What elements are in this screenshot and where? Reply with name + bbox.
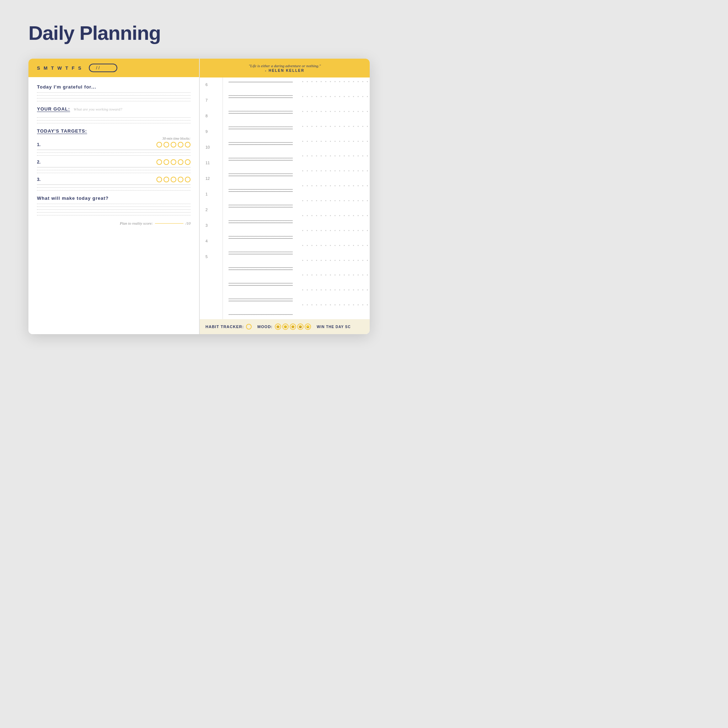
dot [302, 215, 303, 216]
today-great-label: What will make today great? [37, 196, 191, 201]
dot [367, 81, 368, 82]
dot [316, 96, 317, 97]
dot [358, 185, 359, 186]
circle-3-1[interactable] [156, 177, 162, 182]
dot [325, 245, 326, 246]
time-block-9 [229, 128, 293, 144]
dot [321, 215, 322, 216]
circle-1-5[interactable] [185, 142, 191, 147]
target-item-3: 3. [37, 177, 191, 182]
dot [311, 289, 312, 291]
circle-2-3[interactable] [171, 159, 176, 165]
dot [348, 111, 349, 112]
dot [353, 126, 354, 127]
dot [316, 304, 317, 305]
dot [344, 155, 345, 156]
dot [353, 96, 354, 97]
dot [339, 96, 340, 97]
circle-3-3[interactable] [171, 177, 176, 182]
circle-3-2[interactable] [164, 177, 169, 182]
mood-face-1[interactable]: 😊 [275, 323, 281, 330]
mood-face-5[interactable]: 😞 [304, 323, 311, 330]
goal-line-1 [37, 117, 191, 118]
dot [311, 185, 312, 186]
circles-2 [156, 159, 191, 165]
circle-2-2[interactable] [164, 159, 169, 165]
time-block-2pm [229, 206, 293, 222]
circle-3-4[interactable] [178, 177, 184, 182]
dot [362, 245, 363, 246]
dot [307, 215, 308, 216]
dot [302, 96, 303, 97]
dot [367, 185, 368, 186]
circle-2-5[interactable] [185, 159, 191, 165]
left-content: Today I'm grateful for... YOUR GOAL: Wha… [28, 77, 199, 334]
goal-line-2 [37, 120, 191, 121]
dot [353, 185, 354, 186]
dot [316, 200, 317, 201]
time-block-extra-3 [229, 300, 293, 316]
left-page: S M T W T F S / / Today I'm grateful for… [28, 59, 199, 334]
day-t2: T [66, 66, 69, 71]
dot [358, 289, 359, 291]
dot [330, 170, 331, 171]
dot [353, 260, 354, 261]
circle-1-3[interactable] [171, 142, 176, 147]
dot [316, 141, 317, 142]
target-number-2: 2. [37, 160, 43, 165]
dot [367, 126, 368, 127]
date-pill[interactable]: / / [89, 64, 117, 72]
dot [339, 245, 340, 246]
grateful-line-4 [37, 101, 191, 101]
dot [367, 230, 368, 231]
time-extra-1 [205, 269, 223, 284]
dot [358, 304, 359, 305]
dot [362, 126, 363, 127]
day-s2: S [78, 66, 82, 71]
time-6: 6 [205, 81, 223, 97]
mood-face-4[interactable]: 😄 [297, 323, 304, 330]
dot [330, 126, 331, 127]
circle-2-1[interactable] [156, 159, 162, 165]
dot [358, 274, 359, 275]
circle-3-5[interactable] [185, 177, 191, 182]
target-row-3: 3. [37, 177, 191, 191]
circle-1-2[interactable] [164, 142, 169, 147]
dot [362, 274, 363, 275]
circle-2-4[interactable] [178, 159, 184, 165]
dot [348, 304, 349, 305]
target-item-2: 2. [37, 159, 191, 165]
dot [353, 81, 354, 82]
dot [344, 200, 345, 201]
dot [348, 170, 349, 171]
goal-line-3 [37, 123, 191, 123]
dot [367, 274, 368, 275]
dot [367, 260, 368, 261]
dot [321, 274, 322, 275]
dot [325, 274, 326, 275]
mood-face-2[interactable]: 😐 [282, 323, 289, 330]
dot [353, 170, 354, 171]
dot [325, 81, 326, 82]
right-page: "Life is either a daring adventure or no… [199, 59, 370, 334]
dot [339, 215, 340, 216]
circle-1-4[interactable] [178, 142, 184, 147]
win-day-section: WIN THE DAY SC [317, 325, 351, 329]
time-block-extra-1 [229, 269, 293, 284]
dot [330, 289, 331, 291]
day-w: W [57, 66, 62, 71]
dot [344, 260, 345, 261]
dot [335, 304, 336, 305]
time-block-11 [229, 159, 293, 175]
mood-face-3[interactable]: 😊 [290, 323, 296, 330]
dot [330, 245, 331, 246]
habit-circle[interactable] [246, 324, 252, 329]
dot [358, 111, 359, 112]
circle-1-1[interactable] [156, 142, 162, 147]
time-1pm: 1 [205, 191, 223, 206]
time-block-7 [229, 97, 293, 112]
dot [358, 126, 359, 127]
dot [316, 215, 317, 216]
target-2-dot-1 [37, 170, 191, 170]
dot [344, 245, 345, 246]
